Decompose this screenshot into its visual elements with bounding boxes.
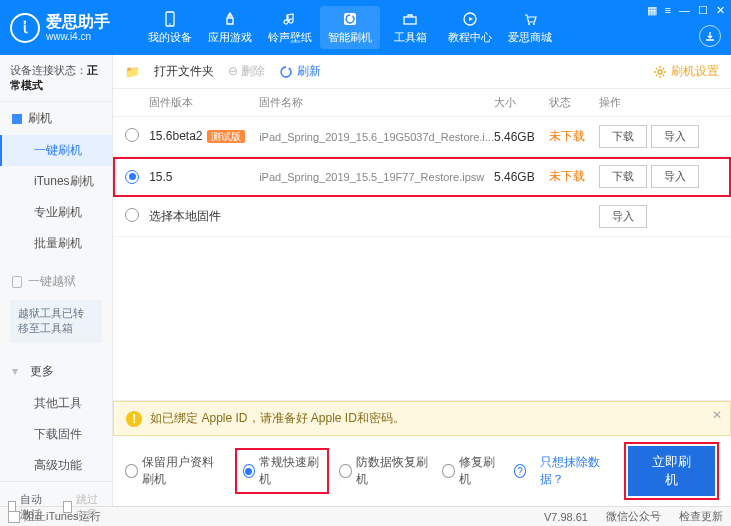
sidebar-group-more[interactable]: ▾更多 xyxy=(0,355,112,388)
music-icon xyxy=(281,10,299,28)
firmware-row-selected[interactable]: 15.5 iPad_Spring_2019_15.5_19F77_Restore… xyxy=(113,157,731,197)
local-firmware-row[interactable]: 选择本地固件 导入 xyxy=(113,197,731,237)
svg-point-7 xyxy=(658,70,662,74)
sidebar-item-other-tools[interactable]: 其他工具 xyxy=(0,388,112,419)
check-update-link[interactable]: 检查更新 xyxy=(679,509,723,524)
brand-url: www.i4.cn xyxy=(46,31,110,42)
import-button[interactable]: 导入 xyxy=(651,165,699,188)
radio-icon xyxy=(125,464,137,478)
square-icon xyxy=(12,114,22,124)
fw-status: 未下载 xyxy=(549,128,599,145)
sidebar: 设备连接状态：正常模式 刷机 一键刷机 iTunes刷机 专业刷机 批量刷机 一… xyxy=(0,55,113,506)
th-ops: 操作 xyxy=(599,95,719,110)
jailbreak-moved-note: 越狱工具已转移至工具箱 xyxy=(10,300,102,343)
opt-normal-flash[interactable]: 常规快速刷机 xyxy=(239,452,326,490)
fw-version: 15.5 xyxy=(149,170,172,184)
win-menu-icon[interactable]: ▦ xyxy=(647,4,657,17)
top-nav: 我的设备 应用游戏 铃声壁纸 智能刷机 工具箱 教程中心 爱思商城 xyxy=(140,6,560,49)
chevron-down-icon: ▾ xyxy=(12,364,18,378)
svg-point-1 xyxy=(169,23,171,25)
maximize-icon[interactable]: ☐ xyxy=(698,4,708,17)
table-header: 固件版本 固件名称 大小 状态 操作 xyxy=(113,89,731,117)
connection-status: 设备连接状态：正常模式 xyxy=(0,55,112,102)
folder-icon: 📁 xyxy=(125,65,140,79)
th-size: 大小 xyxy=(494,95,549,110)
close-icon[interactable]: ✕ xyxy=(716,4,725,17)
radio-icon[interactable] xyxy=(125,128,139,142)
refresh-button[interactable]: 刷新 xyxy=(279,63,321,80)
refresh-icon xyxy=(341,10,359,28)
import-button[interactable]: 导入 xyxy=(651,125,699,148)
download-button[interactable]: 下载 xyxy=(599,165,647,188)
fw-version: 15.6beta2 xyxy=(149,129,202,143)
radio-icon[interactable] xyxy=(125,208,139,222)
nav-toolbox[interactable]: 工具箱 xyxy=(380,6,440,49)
nav-flash[interactable]: 智能刷机 xyxy=(320,6,380,49)
nav-my-device[interactable]: 我的设备 xyxy=(140,6,200,49)
open-folder-button[interactable]: 打开文件夹 xyxy=(154,63,214,80)
nav-apps[interactable]: 应用游戏 xyxy=(200,6,260,49)
toolbar: 📁 打开文件夹 ⊖ 删除 刷新 刷机设置 xyxy=(113,55,731,89)
th-version: 固件版本 xyxy=(149,95,259,110)
radio-icon xyxy=(243,464,255,478)
radio-icon xyxy=(442,464,454,478)
nav-store[interactable]: 爱思商城 xyxy=(500,6,560,49)
flash-settings-button[interactable]: 刷机设置 xyxy=(653,63,719,80)
flash-now-button[interactable]: 立即刷机 xyxy=(628,446,715,496)
import-button[interactable]: 导入 xyxy=(599,205,647,228)
svg-rect-3 xyxy=(404,17,416,24)
download-manager-icon[interactable] xyxy=(699,25,721,47)
toolbox-icon xyxy=(401,10,419,28)
titlebar: ἰ 爱思助手 www.i4.cn 我的设备 应用游戏 铃声壁纸 智能刷机 工具箱… xyxy=(0,0,731,55)
th-name: 固件名称 xyxy=(259,95,494,110)
firmware-row[interactable]: 15.6beta2测试版 iPad_Spring_2019_15.6_19G50… xyxy=(113,117,731,157)
window-controls: ▦ ≡ — ☐ ✕ xyxy=(647,4,725,17)
version-label: V7.98.61 xyxy=(544,511,588,523)
opt-anti-recovery[interactable]: 防数据恢复刷机 xyxy=(339,454,428,488)
lock-icon xyxy=(12,276,22,288)
app-icon xyxy=(221,10,239,28)
opt-keep-data[interactable]: 保留用户资料刷机 xyxy=(125,454,225,488)
fw-size: 5.46GB xyxy=(494,130,549,144)
sidebar-item-download-fw[interactable]: 下载固件 xyxy=(0,419,112,450)
main-panel: 📁 打开文件夹 ⊖ 删除 刷新 刷机设置 固件版本 固件名称 大小 状态 操作 … xyxy=(113,55,731,506)
win-lines-icon[interactable]: ≡ xyxy=(665,4,671,17)
sidebar-item-oneclick-flash[interactable]: 一键刷机 xyxy=(0,135,112,166)
delete-button: ⊖ 删除 xyxy=(228,63,265,80)
play-icon xyxy=(461,10,479,28)
radio-icon xyxy=(339,464,351,478)
th-status: 状态 xyxy=(549,95,599,110)
sidebar-item-batch-flash[interactable]: 批量刷机 xyxy=(0,228,112,259)
flash-options: 保留用户资料刷机 常规快速刷机 防数据恢复刷机 修复刷机 ? 只想抹除数据？ 立… xyxy=(113,436,731,506)
svg-point-5 xyxy=(528,23,530,25)
erase-data-link[interactable]: 只想抹除数据？ xyxy=(540,454,613,488)
apple-id-warning: ! 如已绑定 Apple ID，请准备好 Apple ID和密码。 ✕ xyxy=(113,401,731,436)
brand-name: 爱思助手 xyxy=(46,13,110,31)
nav-ringtones[interactable]: 铃声壁纸 xyxy=(260,6,320,49)
svg-point-6 xyxy=(533,23,535,25)
sidebar-item-advanced[interactable]: 高级功能 xyxy=(0,450,112,481)
download-button[interactable]: 下载 xyxy=(599,125,647,148)
cart-icon xyxy=(521,10,539,28)
sidebar-item-pro-flash[interactable]: 专业刷机 xyxy=(0,197,112,228)
fw-size: 5.46GB xyxy=(494,170,549,184)
brand-block: 爱思助手 www.i4.cn xyxy=(46,13,110,42)
sidebar-group-jailbreak: 一键越狱 xyxy=(0,267,112,296)
wechat-link[interactable]: 微信公众号 xyxy=(606,509,661,524)
phone-icon xyxy=(161,10,179,28)
nav-tutorials[interactable]: 教程中心 xyxy=(440,6,500,49)
radio-icon[interactable] xyxy=(125,170,139,184)
sidebar-group-flash[interactable]: 刷机 xyxy=(0,102,112,135)
block-itunes-checkbox[interactable]: 阻止iTunes运行 xyxy=(8,509,101,524)
fw-status: 未下载 xyxy=(549,168,599,185)
fw-filename: iPad_Spring_2019_15.6_19G5037d_Restore.i… xyxy=(259,131,494,143)
info-icon[interactable]: ? xyxy=(514,464,526,478)
warning-icon: ! xyxy=(126,411,142,427)
sidebar-item-itunes-flash[interactable]: iTunes刷机 xyxy=(0,166,112,197)
minimize-icon[interactable]: — xyxy=(679,4,690,17)
close-icon[interactable]: ✕ xyxy=(712,408,722,422)
app-logo-icon: ἰ xyxy=(10,13,40,43)
fw-filename: iPad_Spring_2019_15.5_19F77_Restore.ipsw xyxy=(259,171,494,183)
opt-repair-flash[interactable]: 修复刷机 xyxy=(442,454,500,488)
warning-text: 如已绑定 Apple ID，请准备好 Apple ID和密码。 xyxy=(150,410,405,427)
